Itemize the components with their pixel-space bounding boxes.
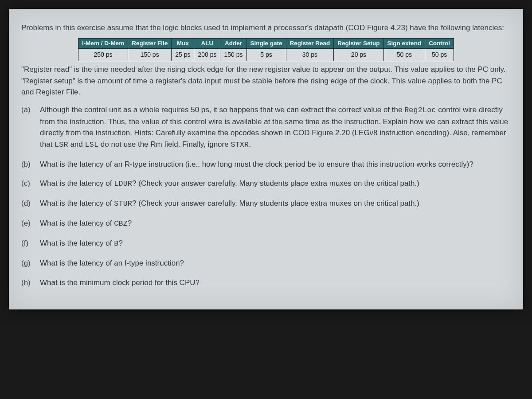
question-marker: (b)	[21, 159, 31, 170]
question-marker: (h)	[21, 277, 31, 289]
table-cell: 150 ps	[128, 49, 172, 61]
question-f: (f) What is the latency of B?	[21, 238, 511, 250]
question-text: What is the latency of an R-type instruc…	[40, 160, 473, 168]
code-b: B	[114, 239, 118, 248]
question-marker: (c)	[21, 178, 30, 189]
question-d: (d) What is the latency of STUR? (Check …	[21, 198, 511, 210]
code-lsr: LSR	[55, 141, 68, 149]
question-text: What is the minimum clock period for thi…	[40, 278, 200, 287]
table-cell: 250 ps	[78, 49, 128, 61]
table-cell: 200 ps	[194, 49, 220, 61]
table-cell: 25 ps	[172, 49, 194, 61]
question-list: (a) Although the control unit as a whole…	[21, 104, 511, 288]
col-header: Register Read	[286, 38, 334, 49]
question-b: (b) What is the latency of an R-type ins…	[21, 159, 511, 170]
question-marker: (d)	[21, 198, 31, 209]
question-marker: (f)	[21, 238, 28, 249]
code-lsl: LSL	[85, 141, 99, 149]
table-cell: 30 ps	[286, 49, 334, 61]
question-text: What is the latency of CBZ?	[40, 219, 132, 227]
table-cell: 50 ps	[425, 49, 454, 61]
code-cbz: CBZ	[114, 219, 128, 228]
latency-table-wrap: I-Mem / D-Mem Register File Mux ALU Adde…	[21, 38, 511, 62]
question-text: Although the control unit as a whole req…	[40, 106, 508, 149]
col-header: Adder	[220, 38, 246, 49]
code-stur: STUR	[114, 200, 132, 208]
table-cell: 5 ps	[246, 49, 286, 61]
question-text: What is the latency of B?	[40, 239, 123, 247]
table-value-row: 250 ps 150 ps 25 ps 200 ps 150 ps 5 ps 3…	[78, 49, 454, 61]
question-e: (e) What is the latency of CBZ?	[21, 218, 511, 230]
question-marker: (e)	[21, 218, 31, 229]
table-cell: 50 ps	[383, 49, 425, 61]
col-header: Register File	[128, 38, 172, 49]
question-h: (h) What is the minimum clock period for…	[21, 277, 511, 289]
question-text: What is the latency of STUR? (Check your…	[40, 199, 419, 207]
col-header: I-Mem / D-Mem	[78, 38, 128, 49]
question-c: (c) What is the latency of LDUR? (Check …	[21, 178, 511, 190]
question-marker: (g)	[21, 258, 31, 269]
question-marker: (a)	[21, 104, 31, 116]
code-stxr: STXR	[231, 141, 249, 149]
question-g: (g) What is the latency of an I-type ins…	[21, 258, 511, 269]
col-header: Register Setup	[334, 38, 383, 49]
col-header: Sign extend	[383, 38, 425, 49]
col-header: ALU	[194, 38, 220, 49]
question-a: (a) Although the control unit as a whole…	[21, 104, 511, 151]
exercise-page: Problems in this exercise assume that th…	[9, 9, 523, 309]
col-header: Single gate	[246, 38, 286, 49]
table-cell: 20 ps	[334, 49, 383, 61]
col-header: Mux	[172, 38, 194, 49]
col-header: Control	[425, 38, 454, 49]
table-header-row: I-Mem / D-Mem Register File Mux ALU Adde…	[78, 38, 454, 49]
code-ldur: LDUR	[114, 180, 132, 188]
question-text: What is the latency of LDUR? (Check your…	[40, 179, 419, 188]
intro-text: Problems in this exercise assume that th…	[21, 22, 511, 34]
definitions-note: "Register read" is the time needed after…	[21, 64, 511, 98]
table-cell: 150 ps	[220, 49, 246, 61]
question-text: What is the latency of an I-type instruc…	[40, 259, 184, 267]
latency-table: I-Mem / D-Mem Register File Mux ALU Adde…	[78, 38, 454, 62]
code-reg2loc: Reg2Loc	[404, 106, 436, 114]
